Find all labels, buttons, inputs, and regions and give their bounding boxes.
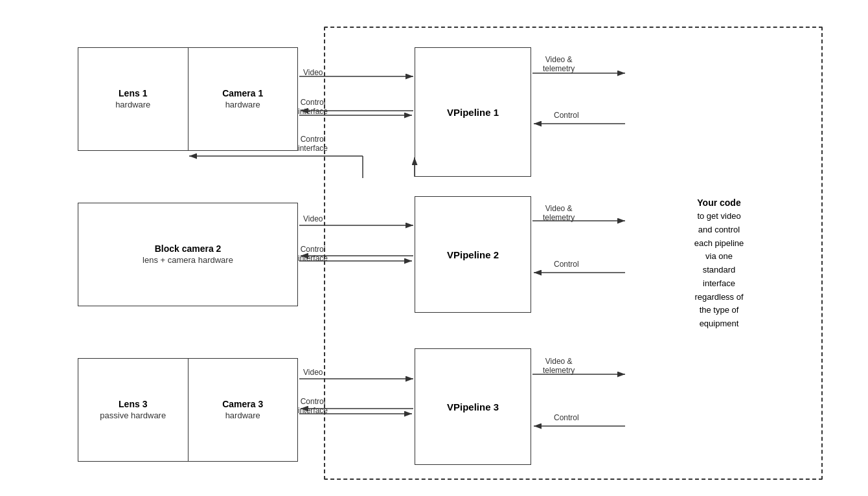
camera3-cell: Camera 3 hardware <box>188 359 298 461</box>
camera1-label-bold: Camera 1 <box>222 87 263 99</box>
arrow-label-r1-ctrl1: Controlinterface <box>298 98 328 116</box>
lens1-label-normal: hardware <box>115 100 150 111</box>
camera3-label-normal: hardware <box>225 411 260 422</box>
your-code-body: to get video and control each pipeline v… <box>694 210 744 331</box>
camera1-label-normal: hardware <box>225 100 260 111</box>
arrow-label-r3-vidtel: Video &telemetry <box>543 357 575 375</box>
arrow-label-r1-vidtel: Video &telemetry <box>543 55 575 73</box>
lens3-label-normal: passive hardware <box>100 411 166 422</box>
blockcam2-label-bold: Block camera 2 <box>155 243 222 254</box>
hw-box-row1: Lens 1 hardware Camera 1 hardware <box>78 47 298 151</box>
arrow-label-r2-ctrl: Controlinterface <box>298 245 328 263</box>
lens3-cell: Lens 3 passive hardware <box>78 359 188 461</box>
lens3-label-bold: Lens 3 <box>119 398 147 410</box>
lens1-label-bold: Lens 1 <box>119 87 147 99</box>
arrow-label-r2-control: Control <box>554 260 579 269</box>
arrow-label-r1-control: Control <box>554 111 579 120</box>
blockcam2-label-normal: lens + camera hardware <box>143 255 233 266</box>
arrow-label-r3-video: Video <box>303 368 323 377</box>
arrow-label-r2-video: Video <box>303 214 323 223</box>
hw-box-row3: Lens 3 passive hardware Camera 3 hardwar… <box>78 358 298 462</box>
arrow-label-r1-video: Video <box>303 68 323 77</box>
your-code-bold: Your code <box>697 196 740 210</box>
diagram: Lens 1 hardware Camera 1 hardware VPipel… <box>45 15 823 481</box>
pipeline-box-row2: VPipeline 2 <box>415 196 531 313</box>
pipeline-box-row3: VPipeline 3 <box>415 348 531 465</box>
arrow-label-r1-ctrl2: Controlinterface <box>298 135 328 153</box>
blockcam2-cell: Block camera 2 lens + camera hardware <box>78 232 297 276</box>
arrow-label-r2-vidtel: Video &telemetry <box>543 204 575 222</box>
hw-box-row2: Block camera 2 lens + camera hardware <box>78 203 298 306</box>
pipeline-box-row1: VPipeline 1 <box>415 47 531 177</box>
arrow-label-r3-control: Control <box>554 413 579 422</box>
camera3-label-bold: Camera 3 <box>222 398 263 410</box>
camera1-cell: Camera 1 hardware <box>188 48 298 150</box>
arrow-label-r3-ctrl: Controlinterface <box>298 397 328 415</box>
your-code-box: Your code to get video and control each … <box>628 47 810 480</box>
lens1-cell: Lens 1 hardware <box>78 48 188 150</box>
